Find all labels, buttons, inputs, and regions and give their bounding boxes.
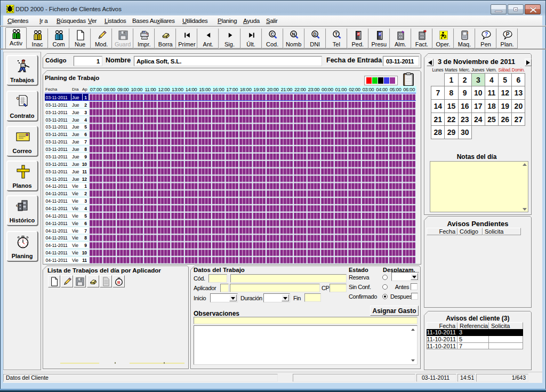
svg-text:B: B <box>117 280 121 285</box>
svg-text:T: T <box>335 31 338 37</box>
svg-text:P: P <box>357 33 359 36</box>
svg-text:P: P <box>379 33 381 36</box>
svg-text:N: N <box>292 31 295 37</box>
svg-text:?: ? <box>485 31 488 37</box>
svg-text:D: D <box>313 31 316 37</box>
svg-text:P: P <box>506 31 510 37</box>
svg-text:C: C <box>270 31 274 37</box>
